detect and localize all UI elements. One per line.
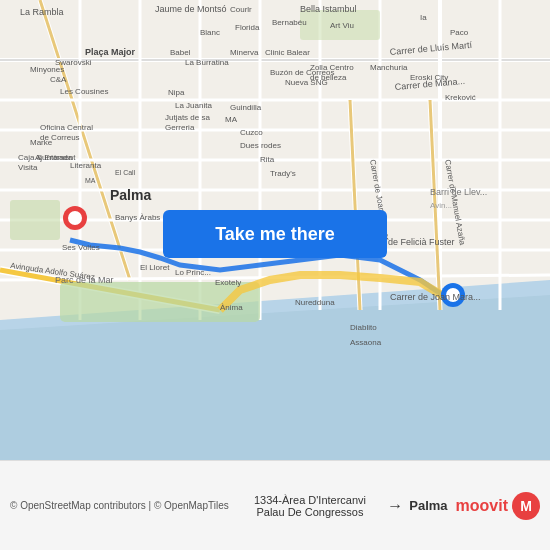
svg-text:Oficina Central: Oficina Central <box>40 123 93 132</box>
svg-text:Florida: Florida <box>235 23 260 32</box>
svg-text:La Rambla: La Rambla <box>20 7 64 17</box>
svg-text:Minerva: Minerva <box>230 48 259 57</box>
svg-point-32 <box>68 211 82 225</box>
svg-text:Nipa: Nipa <box>168 88 185 97</box>
footer-bar: © OpenStreetMap contributors | © OpenMap… <box>0 460 550 550</box>
svg-text:Marke: Marke <box>30 138 53 147</box>
svg-text:de belleza: de belleza <box>310 73 347 82</box>
svg-text:Rita: Rita <box>260 155 275 164</box>
svg-text:Dues rodes: Dues rodes <box>240 141 281 150</box>
svg-text:Assaona: Assaona <box>350 338 382 347</box>
svg-text:MA: MA <box>225 115 238 124</box>
svg-text:Eroski City: Eroski City <box>410 73 448 82</box>
svg-text:Paco: Paco <box>450 28 469 37</box>
moovit-icon: M <box>512 492 540 520</box>
svg-text:Visita: Visita <box>18 163 38 172</box>
svg-text:Barri de Llev...: Barri de Llev... <box>430 187 487 197</box>
svg-text:Caja & Entrada: Caja & Entrada <box>18 153 73 162</box>
svg-text:Clinic Balear: Clinic Balear <box>265 48 310 57</box>
svg-text:Exotely: Exotely <box>215 278 241 287</box>
svg-text:Courlr: Courlr <box>230 5 252 14</box>
svg-text:Ses Voltes: Ses Voltes <box>62 243 100 252</box>
moovit-logo: moovit M <box>456 492 540 520</box>
svg-text:Banys Àrabs: Banys Àrabs <box>115 213 160 222</box>
map-attribution: © OpenStreetMap contributors | © OpenMap… <box>10 500 229 511</box>
svg-text:Les Cousines: Les Cousines <box>60 87 108 96</box>
svg-text:Minyones: Minyones <box>30 65 64 74</box>
moovit-logo-text: moovit <box>456 497 508 515</box>
svg-text:La Burratina: La Burratina <box>185 58 229 67</box>
svg-text:El Lloret: El Lloret <box>140 263 170 272</box>
map-container: Carrer de Lluís Martí Carrer de Mana... … <box>0 0 550 460</box>
route-info: 1334-Àrea D'Intercanvi Palau De Congress… <box>239 494 448 518</box>
svg-text:Lo Princ...: Lo Princ... <box>175 268 211 277</box>
svg-text:Avin...: Avin... <box>430 201 452 210</box>
svg-text:Palma: Palma <box>110 187 151 203</box>
svg-text:Cuzco: Cuzco <box>240 128 263 137</box>
svg-text:Blanc: Blanc <box>200 28 220 37</box>
svg-text:Babel: Babel <box>170 48 191 57</box>
moovit-icon-letter: M <box>520 498 532 514</box>
svg-text:MA: MA <box>85 177 96 184</box>
route-from: 1334-Àrea D'Intercanvi Palau De Congress… <box>239 494 382 518</box>
svg-text:El Call: El Call <box>115 169 136 176</box>
svg-text:Bernabéu: Bernabéu <box>272 18 307 27</box>
svg-text:Guindilla: Guindilla <box>230 103 262 112</box>
svg-rect-29 <box>10 200 60 240</box>
svg-text:Bella Istambul: Bella Istambul <box>300 4 357 14</box>
take-me-there-button[interactable]: Take me there <box>163 210 387 258</box>
svg-text:Art Viu: Art Viu <box>330 21 354 30</box>
svg-text:Nuredduna: Nuredduna <box>295 298 335 307</box>
svg-text:Carrer de Joan Mara...: Carrer de Joan Mara... <box>390 292 481 302</box>
svg-text:Kreković: Kreković <box>445 93 476 102</box>
svg-text:Diablito: Diablito <box>350 323 377 332</box>
svg-text:Manchuria: Manchuria <box>370 63 408 72</box>
svg-text:Ànima: Ànima <box>220 303 243 312</box>
svg-text:Parc de la Mar: Parc de la Mar <box>55 275 114 285</box>
svg-text:C&A: C&A <box>50 75 67 84</box>
svg-text:La Juanita: La Juanita <box>175 101 212 110</box>
svg-text:Ia: Ia <box>420 13 427 22</box>
svg-text:Literanta: Literanta <box>70 161 102 170</box>
svg-text:Jutjats de sa: Jutjats de sa <box>165 113 210 122</box>
route-arrow-icon: → <box>387 497 403 515</box>
route-to: Palma <box>409 498 447 513</box>
svg-text:Jaume de Montsó: Jaume de Montsó <box>155 4 227 14</box>
svg-text:Plaça Major: Plaça Major <box>85 47 136 57</box>
svg-text:Zolla Centro: Zolla Centro <box>310 63 354 72</box>
svg-text:Trady's: Trady's <box>270 169 296 178</box>
svg-text:Gerreria: Gerreria <box>165 123 195 132</box>
